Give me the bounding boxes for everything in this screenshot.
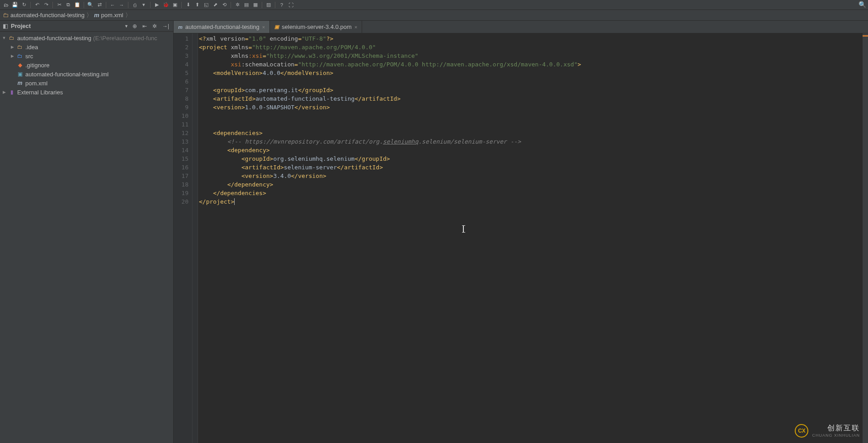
text-cursor-icon <box>463 225 464 233</box>
iml-icon: ▣ <box>16 71 24 77</box>
sdk-icon[interactable]: ▨ <box>264 1 273 9</box>
coverage-icon[interactable]: ▣ <box>171 1 179 9</box>
code-line[interactable]: <dependencies> <box>199 129 868 137</box>
breadcrumb-file[interactable]: pom.xml <box>101 12 123 19</box>
close-icon[interactable]: × <box>354 24 357 30</box>
expand-arrow-icon[interactable]: ▶ <box>2 90 6 94</box>
code-line[interactable]: xmlns:xsi="http://www.w3.org/2001/XMLSch… <box>199 51 868 60</box>
target-icon[interactable]: ⊕ <box>131 23 138 29</box>
collapse-all-icon[interactable]: ⇤ <box>141 23 148 29</box>
vcs-commit-icon[interactable]: ⬆ <box>193 1 201 9</box>
refresh-icon[interactable]: ↻ <box>20 1 28 9</box>
tree-label: .gitignore <box>25 62 49 69</box>
project-tool-header: ◧ Project ▼ ⊕ ⇤ ✲ →| <box>0 21 173 32</box>
cut-icon[interactable]: ✂ <box>55 1 63 9</box>
expand-arrow-icon[interactable]: ▶ <box>10 54 14 58</box>
tree-row[interactable]: ▶🗀src <box>0 51 173 61</box>
save-all-icon[interactable]: 💾 <box>11 1 19 9</box>
code-line[interactable]: <artifactId>automated-functional-testing… <box>199 94 868 103</box>
settings-icon[interactable]: ✲ <box>233 1 241 9</box>
watermark: CX 创新互联 CHUANG XINHULIAN <box>795 424 860 438</box>
code-line[interactable]: <modelVersion>4.0.0</modelVersion> <box>199 69 868 77</box>
code-line[interactable] <box>199 77 868 86</box>
watermark-en: CHUANG XINHULIAN <box>812 433 860 438</box>
settings-icon[interactable]: ✲ <box>151 23 158 29</box>
tree-row[interactable]: ▶🗀.idea <box>0 42 173 51</box>
build-icon[interactable]: ⎙ <box>131 1 139 9</box>
editor-area: mautomated-functional-testing×▣selenium-… <box>174 21 868 443</box>
code-line[interactable]: <groupId>org.seleniumhq.selenium</groupI… <box>199 154 868 163</box>
back-icon[interactable]: ← <box>108 1 117 9</box>
main-toolbar: 🗁💾↻↶↷✂⧉📋🔍⇄←→⎙▾▶🐞▣⬇⬆◱⬈⟲✲▤▦▨?⛶ <box>0 0 868 10</box>
code-line[interactable]: <?xml version="1.0" encoding="UTF-8"?> <box>199 34 868 43</box>
tab-label: selenium-server-3.4.0.pom <box>282 23 352 30</box>
tree-row[interactable]: ▶▮External Libraries <box>0 88 173 97</box>
project-view-icon[interactable]: ◧ <box>3 23 8 29</box>
vcs-push-icon[interactable]: ⬈ <box>211 1 219 9</box>
editor-tab[interactable]: ▣selenium-server-3.4.0.pom× <box>270 21 362 33</box>
editor-tab[interactable]: mautomated-functional-testing× <box>174 21 270 33</box>
tree-row[interactable]: mpom.xml <box>0 79 173 88</box>
search-everywhere-icon[interactable]: 🔍 <box>859 1 866 8</box>
debug-icon[interactable]: 🐞 <box>162 1 170 9</box>
code-line[interactable] <box>199 120 868 129</box>
m-icon: m <box>178 24 183 30</box>
revert-icon[interactable]: ⟲ <box>220 1 228 9</box>
code-area[interactable]: <?xml version="1.0" encoding="UTF-8"?><p… <box>198 33 868 443</box>
tree-row[interactable]: ▣automated-functional-testing.iml <box>0 70 173 79</box>
tab-label: automated-functional-testing <box>185 23 259 30</box>
chevron-right-icon: 〉 <box>125 11 131 19</box>
replace-icon[interactable]: ⇄ <box>95 1 104 9</box>
expand-icon[interactable]: ⛶ <box>287 1 295 9</box>
breadcrumb-project[interactable]: automated-functional-testing <box>10 12 85 19</box>
code-line[interactable] <box>199 112 868 120</box>
code-line[interactable]: <version>1.0.0-SNAPSHOT</version> <box>199 103 868 112</box>
folder-icon: 🗀 <box>8 35 15 41</box>
open-icon[interactable]: 🗁 <box>2 1 10 9</box>
code-line[interactable]: <dependency> <box>199 146 868 154</box>
structure-icon[interactable]: ▤ <box>242 1 250 9</box>
tree-row[interactable]: ◆.gitignore <box>0 61 173 70</box>
close-icon[interactable]: × <box>262 24 265 30</box>
code-line[interactable]: </dependencies> <box>199 189 868 197</box>
m-icon: m <box>16 80 24 86</box>
code-line[interactable]: </project> <box>199 197 868 206</box>
watermark-logo: CX <box>795 424 808 438</box>
help-icon[interactable]: ? <box>278 1 286 9</box>
maven-icon: m <box>94 12 99 19</box>
redo-icon[interactable]: ↷ <box>42 1 50 9</box>
code-line[interactable]: <version>3.4.0</version> <box>199 172 868 180</box>
expand-arrow-icon[interactable]: ▼ <box>2 36 6 40</box>
undo-icon[interactable]: ↶ <box>33 1 41 9</box>
run-config-icon[interactable]: ▾ <box>140 1 148 9</box>
project-tool-title[interactable]: Project <box>11 23 122 29</box>
code-line[interactable]: </dependency> <box>199 180 868 189</box>
git-icon: ◆ <box>16 62 24 68</box>
avd-icon[interactable]: ▦ <box>251 1 259 9</box>
code-line[interactable]: <project xmlns="http://maven.apache.org/… <box>199 43 868 51</box>
folder-icon: 🗀 <box>3 12 9 19</box>
fold-strip[interactable] <box>193 33 198 443</box>
code-line[interactable]: xsi:schemaLocation="http://maven.apache.… <box>199 60 868 69</box>
error-stripe[interactable] <box>863 33 868 443</box>
editor-tabs: mautomated-functional-testing×▣selenium-… <box>174 21 868 33</box>
copy-icon[interactable]: ⧉ <box>64 1 72 9</box>
code-line[interactable]: <groupId>com.peretang.it</groupId> <box>199 86 868 94</box>
editor-body[interactable]: 1234567891011121314151617181920 <?xml ve… <box>174 33 868 443</box>
expand-arrow-icon[interactable]: ▶ <box>10 45 14 49</box>
tree-label: automated-functional-testing <box>17 35 91 42</box>
code-line[interactable]: <!-- https://mvnrepository.com/artifact/… <box>199 137 868 146</box>
vcs-history-icon[interactable]: ◱ <box>202 1 210 9</box>
paste-icon[interactable]: 📋 <box>73 1 81 9</box>
run-icon[interactable]: ▶ <box>153 1 161 9</box>
project-tree[interactable]: ▼🗀automated-functional-testing (E:\Pere\… <box>0 32 173 98</box>
hide-icon[interactable]: →| <box>161 23 170 29</box>
dropdown-icon[interactable]: ▼ <box>124 24 128 28</box>
code-line[interactable]: <artifactId>selenium-server</artifactId> <box>199 163 868 172</box>
tree-row[interactable]: ▼🗀automated-functional-testing (E:\Pere\… <box>0 33 173 42</box>
vcs-update-icon[interactable]: ⬇ <box>184 1 192 9</box>
lib-icon: ▮ <box>8 89 15 95</box>
find-icon[interactable]: 🔍 <box>86 1 94 9</box>
forward-icon[interactable]: → <box>118 1 126 9</box>
warning-mark[interactable] <box>863 35 868 37</box>
